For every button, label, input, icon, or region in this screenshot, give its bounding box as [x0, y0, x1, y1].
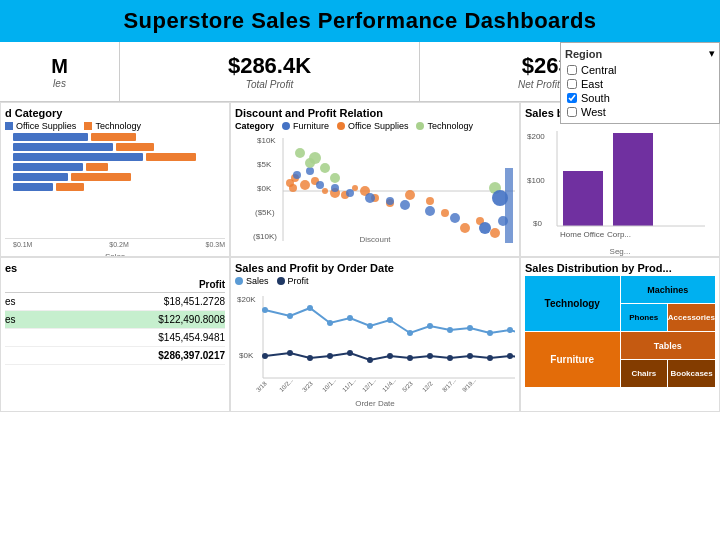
table-row-total-profit: $286,397.0217	[158, 350, 225, 361]
charts-grid: d Category Office Supplies Technology	[0, 102, 720, 412]
filter-option-south[interactable]: South	[565, 91, 715, 105]
svg-text:$20K: $20K	[237, 295, 256, 304]
svg-point-80	[327, 353, 333, 359]
filter-option-east[interactable]: East	[565, 77, 715, 91]
svg-text:($5K): ($5K)	[255, 208, 275, 217]
svg-point-71	[427, 323, 433, 329]
metric-profit-value: $286.4K	[228, 53, 311, 79]
filter-checkbox-east[interactable]	[567, 79, 577, 89]
legend-dp-furniture-label: Furniture	[293, 121, 329, 131]
legend-dp-tech-dot	[416, 122, 424, 130]
svg-text:($10K): ($10K)	[253, 232, 277, 241]
svg-point-79	[307, 355, 313, 361]
svg-text:$100: $100	[527, 176, 545, 185]
svg-text:3/18: 3/18	[255, 380, 268, 393]
svg-point-25	[426, 197, 434, 205]
svg-point-64	[287, 313, 293, 319]
legend-dp-tech: Technology	[416, 121, 473, 131]
filter-label-east: East	[581, 78, 603, 90]
treemap-chairs-bookcases: Chairs Bookcases	[621, 360, 716, 387]
svg-point-77	[262, 353, 268, 359]
svg-point-15	[300, 180, 310, 190]
treemap-chairs: Chairs	[621, 360, 668, 387]
table-row-1-profit: $18,451.2728	[164, 296, 225, 307]
svg-point-35	[365, 193, 375, 203]
sales-profit-date-legend: Sales Profit	[235, 276, 515, 286]
svg-point-87	[467, 353, 473, 359]
sales-profit-date-title: Sales and Profit by Order Date	[235, 262, 515, 274]
legend-office-supplies-color	[5, 122, 13, 130]
svg-text:5/23: 5/23	[401, 380, 414, 393]
svg-point-78	[287, 350, 293, 356]
svg-point-46	[330, 173, 340, 183]
filter-option-west[interactable]: West	[565, 105, 715, 119]
sales-distribution-title: Sales Distribution by Prod...	[525, 262, 715, 274]
treemap: Technology Machines Phones Accessories F…	[525, 276, 715, 394]
table-row-3: $145,454.9481	[5, 329, 225, 347]
line-chart-svg: $20K $0K	[235, 288, 515, 393]
bar-blue-1	[13, 133, 88, 141]
bar-row-3	[13, 153, 225, 161]
legend-dp-furniture-dot	[282, 122, 290, 130]
svg-text:12/2: 12/2	[421, 380, 434, 393]
filter-checkbox-central[interactable]	[567, 65, 577, 75]
filter-region-panel: Region ▾ Central East South West	[560, 42, 720, 124]
filter-label-central: Central	[581, 64, 616, 76]
legend-spd-sales-dot	[235, 277, 243, 285]
svg-point-42	[295, 148, 305, 158]
discount-profit-panel: Discount and Profit Relation Category Fu…	[230, 102, 520, 257]
bar-row-4	[13, 163, 225, 171]
svg-point-14	[289, 184, 297, 192]
svg-text:11/4...: 11/4...	[381, 377, 397, 393]
svg-point-89	[507, 353, 513, 359]
svg-point-82	[367, 357, 373, 363]
table-row-2[interactable]: es $122,490.8008	[5, 311, 225, 329]
svg-point-27	[460, 223, 470, 233]
sales-distribution-panel: Sales Distribution by Prod... Technology…	[520, 257, 720, 412]
svg-text:12/1...: 12/1...	[361, 377, 377, 393]
table-row-1-region: es	[5, 296, 16, 307]
svg-point-36	[386, 197, 394, 205]
sales-by-segments-panel: Sales by Segments $200 $100 $0 Home Offi…	[520, 102, 720, 257]
filter-option-central[interactable]: Central	[565, 63, 715, 77]
page-title: Superstore Sales Performance Dashboards	[0, 0, 720, 42]
filter-region-dropdown-arrow[interactable]: ▾	[709, 47, 715, 60]
bar-orange-1	[91, 133, 136, 141]
svg-text:$200: $200	[527, 132, 545, 141]
metrics-row: M les $286.4K Total Profit $263.16K Net …	[0, 42, 720, 102]
segments-bar-chart: $200 $100 $0 Home Office Corp...	[525, 121, 715, 241]
svg-point-30	[293, 171, 301, 179]
svg-point-66	[327, 320, 333, 326]
table-row-1: es $18,451.2728	[5, 293, 225, 311]
svg-rect-53	[563, 171, 603, 226]
bar-blue-3	[13, 153, 143, 161]
filter-checkbox-south[interactable]	[567, 93, 577, 103]
legend-dp-office-label: Office Supplies	[348, 121, 408, 131]
legend-dp-category-label: Category	[235, 121, 274, 131]
legend-dp-furniture: Furniture	[282, 121, 329, 131]
metric-sales-value: M	[51, 55, 68, 78]
svg-text:10/2...: 10/2...	[278, 377, 294, 393]
svg-point-17	[322, 188, 328, 194]
svg-rect-54	[613, 133, 653, 226]
svg-text:Home Office: Home Office	[560, 230, 605, 239]
treemap-accessories: Accessories	[668, 304, 715, 331]
legend-dp-category: Category	[235, 121, 274, 131]
legend-dp-tech-label: Technology	[427, 121, 473, 131]
svg-point-70	[407, 330, 413, 336]
svg-point-69	[387, 317, 393, 323]
legend-technology: Technology	[84, 121, 141, 131]
legend-spd-profit-dot	[277, 277, 285, 285]
svg-point-40	[479, 222, 491, 234]
discount-profit-legend: Category Furniture Office Supplies Techn…	[235, 121, 515, 131]
discount-profit-title: Discount and Profit Relation	[235, 107, 515, 119]
metric-profit-label: Total Profit	[246, 79, 293, 90]
svg-text:3/23: 3/23	[301, 380, 314, 393]
bar-orange-2	[116, 143, 154, 151]
svg-point-67	[347, 315, 353, 321]
svg-point-24	[405, 190, 415, 200]
table-col-profit: Profit	[199, 279, 225, 290]
treemap-phones: Phones	[621, 304, 667, 331]
legend-spd-sales-label: Sales	[246, 276, 269, 286]
filter-checkbox-west[interactable]	[567, 107, 577, 117]
